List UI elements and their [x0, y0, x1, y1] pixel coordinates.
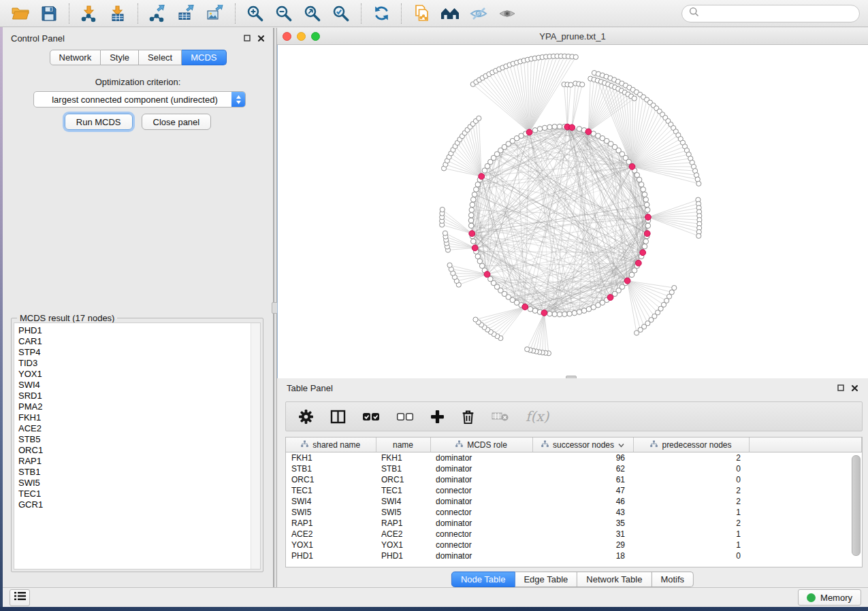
mcds-dominator-node[interactable]: [629, 163, 635, 169]
import-network-icon[interactable]: [77, 3, 101, 24]
table-cell[interactable]: connector: [430, 540, 532, 550]
network-node[interactable]: [447, 263, 452, 267]
table-row[interactable]: RAP1RAP1dominator352: [286, 518, 862, 529]
mcds-result-item[interactable]: YOX1: [18, 369, 260, 380]
network-node[interactable]: [468, 223, 474, 229]
deselect-all-icon[interactable]: [396, 412, 414, 421]
table-row[interactable]: SWI4SWI4dominator462: [286, 496, 862, 507]
table-row[interactable]: PHD1PHD1dominator180: [286, 550, 862, 561]
table-cell[interactable]: STB1: [376, 463, 430, 474]
tab-network[interactable]: Network: [49, 50, 101, 65]
mcds-result-item[interactable]: ACE2: [18, 423, 260, 434]
network-node[interactable]: [557, 124, 562, 129]
zoom-in-icon[interactable]: [243, 3, 268, 24]
show-panels-button[interactable]: [10, 589, 30, 606]
table-cell[interactable]: 2: [633, 485, 749, 496]
column-header-shared-name[interactable]: shared name: [286, 437, 376, 452]
table-cell[interactable]: 0: [633, 463, 749, 474]
memory-button[interactable]: Memory: [798, 589, 861, 606]
network-node[interactable]: [477, 116, 481, 120]
network-node[interactable]: [643, 239, 649, 244]
table-cell[interactable]: dominator: [430, 452, 532, 464]
tab-style[interactable]: Style: [101, 50, 139, 65]
network-node[interactable]: [440, 207, 445, 212]
criterion-dropdown[interactable]: largest connected component (undirected): [33, 91, 246, 108]
mcds-dominator-node[interactable]: [585, 129, 592, 135]
mcds-result-item[interactable]: SRD1: [18, 391, 260, 401]
table-cell[interactable]: STB1: [286, 463, 376, 474]
mcds-dominator-node[interactable]: [526, 129, 532, 135]
network-node[interactable]: [532, 128, 538, 133]
mcds-dominator-node[interactable]: [635, 260, 641, 266]
mcds-result-item[interactable]: TID3: [18, 358, 260, 369]
table-row[interactable]: ACE2ACE2connector311: [286, 529, 862, 540]
table-cell[interactable]: FKH1: [286, 452, 376, 464]
mcds-result-item[interactable]: STP4: [18, 347, 260, 358]
network-node[interactable]: [537, 127, 543, 132]
table-cell[interactable]: 43: [532, 507, 633, 518]
network-node[interactable]: [639, 182, 644, 187]
table-cell[interactable]: SWI5: [376, 507, 430, 518]
tab-node-table[interactable]: Node Table: [451, 572, 515, 587]
table-cell[interactable]: ACE2: [376, 529, 430, 540]
hide-selected-icon[interactable]: [466, 3, 491, 24]
network-node[interactable]: [642, 244, 647, 249]
network-window-titlebar[interactable]: YPA_prune.txt_1: [277, 28, 868, 45]
table-cell[interactable]: 2: [633, 518, 749, 529]
network-node[interactable]: [473, 317, 478, 322]
network-node[interactable]: [573, 54, 578, 59]
mcds-result-item[interactable]: TEC1: [18, 489, 260, 499]
mcds-result-item[interactable]: SWI4: [18, 380, 260, 391]
network-node[interactable]: [469, 208, 475, 213]
network-node[interactable]: [477, 259, 483, 264]
zoom-fit-icon[interactable]: [300, 3, 325, 24]
show-all-icon[interactable]: [495, 3, 519, 24]
table-cell[interactable]: 46: [532, 496, 633, 507]
network-node[interactable]: [577, 127, 582, 132]
mcds-dominator-node[interactable]: [469, 231, 475, 237]
network-node[interactable]: [634, 331, 639, 335]
network-node[interactable]: [542, 125, 547, 131]
table-cell[interactable]: connector: [430, 485, 532, 496]
network-node[interactable]: [696, 181, 701, 186]
mcds-result-item[interactable]: GCR1: [18, 499, 260, 510]
table-cell[interactable]: ORC1: [376, 474, 430, 485]
network-node[interactable]: [468, 212, 474, 218]
mcds-result-item[interactable]: PHD1: [18, 325, 260, 336]
close-panel-button[interactable]: Close panel: [142, 114, 212, 130]
network-node[interactable]: [643, 197, 649, 202]
tab-mcds[interactable]: MCDS: [182, 50, 226, 65]
table-row[interactable]: YOX1YOX1connector291: [286, 540, 862, 550]
first-neighbors-icon[interactable]: [438, 3, 462, 24]
table-cell[interactable]: 29: [532, 540, 633, 550]
network-node[interactable]: [470, 197, 476, 202]
table-cell[interactable]: 31: [532, 529, 633, 540]
network-node[interactable]: [637, 177, 642, 182]
table-cell[interactable]: ORC1: [286, 474, 376, 485]
mcds-dominator-node[interactable]: [607, 295, 613, 301]
network-node[interactable]: [572, 310, 577, 316]
run-mcds-button[interactable]: Run MCDS: [65, 114, 133, 130]
network-node[interactable]: [468, 218, 474, 223]
table-cell[interactable]: dominator: [430, 496, 532, 507]
import-table-icon[interactable]: [106, 3, 130, 24]
mcds-dominator-node[interactable]: [479, 174, 485, 180]
network-node[interactable]: [577, 310, 582, 315]
search-box[interactable]: [681, 5, 860, 22]
network-node[interactable]: [644, 202, 649, 208]
network-node[interactable]: [470, 202, 475, 208]
network-node[interactable]: [528, 306, 533, 312]
mcds-result-item[interactable]: PMA2: [18, 401, 260, 412]
network-node[interactable]: [552, 124, 558, 129]
table-cell[interactable]: dominator: [430, 463, 532, 474]
network-node[interactable]: [642, 192, 647, 197]
close-icon[interactable]: [851, 384, 858, 392]
network-canvas[interactable]: [277, 45, 868, 378]
table-row[interactable]: ORC1ORC1dominator610: [286, 474, 862, 485]
table-row[interactable]: STB1STB1dominator620: [286, 463, 862, 474]
table-cell[interactable]: 47: [532, 485, 633, 496]
save-session-icon[interactable]: [37, 3, 61, 24]
network-node[interactable]: [470, 239, 476, 244]
table-cell[interactable]: FKH1: [376, 452, 430, 464]
table-row[interactable]: TEC1TEC1connector472: [286, 485, 862, 496]
